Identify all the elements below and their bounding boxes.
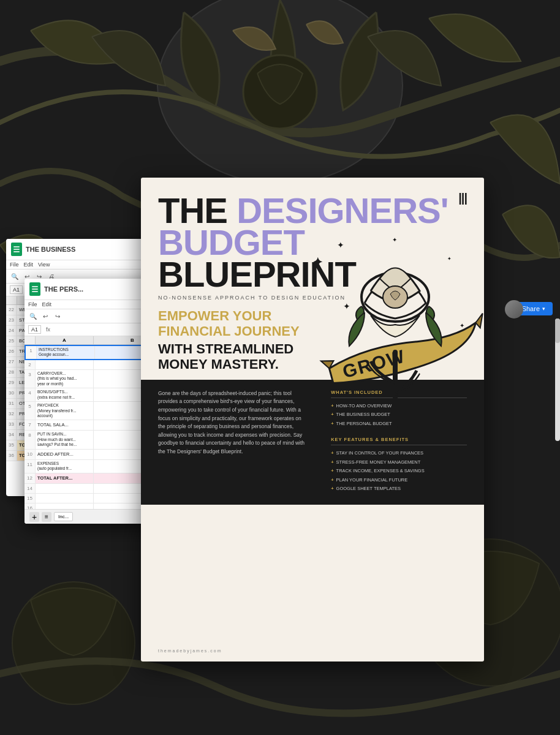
svg-text:✦: ✦ bbox=[392, 236, 397, 243]
redo-btn-p[interactable]: ↪ bbox=[53, 311, 62, 321]
list-item: STRESS-FREE MONEY MANAGEMENT bbox=[331, 459, 467, 466]
flyer-footer-url: THEMADEBYJAMES.COM bbox=[158, 649, 222, 653]
svg-text:✦: ✦ bbox=[447, 256, 452, 262]
menu-edit-p[interactable]: Edit bbox=[42, 301, 52, 307]
menu-edit[interactable]: Edit bbox=[24, 262, 34, 268]
main-flyer: ||| THE DESIGNERS' BUDGET BLUEPRINT NO-N… bbox=[141, 178, 484, 662]
flyer-tagline-black: WITH STREAMLINEDMONEY MASTERY. bbox=[158, 341, 320, 372]
sheet-business-header: THE BUSINESS bbox=[6, 239, 159, 260]
sheets-icon-personal bbox=[29, 282, 40, 296]
user-avatar[interactable] bbox=[505, 300, 523, 318]
zoom-btn[interactable]: 🔍 bbox=[10, 271, 20, 281]
flyer-tagline-section: EMPOWER YOURFINANCIAL JOURNEY WITH STREA… bbox=[158, 308, 320, 372]
add-sheet-btn[interactable]: + bbox=[29, 512, 39, 522]
undo-btn-p[interactable]: ↩ bbox=[40, 311, 50, 321]
menu-view[interactable]: View bbox=[38, 262, 50, 268]
scrollbar[interactable] bbox=[555, 318, 560, 441]
zoom-btn-p[interactable]: 🔍 bbox=[28, 311, 38, 321]
avatar-image bbox=[505, 300, 523, 318]
flyer-description: Gone are the days of spreadsheet-induced… bbox=[158, 390, 321, 495]
list-sheets-btn[interactable]: ≡ bbox=[42, 512, 51, 522]
col-a-header-p: A bbox=[36, 336, 94, 344]
sheets-icon-business bbox=[11, 243, 22, 256]
scrollbar-thumb[interactable] bbox=[555, 318, 560, 343]
list-item: GOOGLE SHEET TEMPLATES bbox=[331, 486, 467, 492]
cell-reference-p[interactable]: A1 bbox=[28, 325, 41, 334]
share-label: Share bbox=[522, 305, 540, 312]
svg-text:✦: ✦ bbox=[312, 255, 323, 269]
svg-text:✦: ✦ bbox=[337, 240, 344, 250]
list-item: TRACK INCOME, EXPENSES & SAVINGS bbox=[331, 468, 467, 475]
sheet-tab-inc[interactable]: Inc... bbox=[54, 512, 73, 521]
menu-file-p[interactable]: File bbox=[28, 301, 37, 307]
sheet-business-title: THE BUSINESS bbox=[26, 246, 75, 253]
share-chevron-icon: ▾ bbox=[542, 306, 545, 312]
flyer-illustration: ✦ ✦ ✦ ✦ GROW bbox=[300, 230, 484, 456]
fx-label-p: fx bbox=[46, 326, 50, 333]
list-item: PLAN YOUR FINANCIAL FUTURE bbox=[331, 477, 467, 484]
menu-file[interactable]: File bbox=[10, 262, 19, 268]
cell-reference[interactable]: A1 bbox=[10, 285, 23, 294]
sheet-personal-title: THE PERS... bbox=[44, 285, 83, 293]
sheet-business-menu: File Edit View bbox=[6, 260, 159, 270]
svg-text:✦: ✦ bbox=[460, 322, 464, 329]
flyer-description-text: Gone are the days of spreadsheet-induced… bbox=[158, 390, 305, 456]
flyer-tagline-gold: EMPOWER YOURFINANCIAL JOURNEY bbox=[158, 308, 320, 339]
svg-text:✦: ✦ bbox=[343, 301, 350, 311]
flyer-logo: ||| bbox=[458, 191, 467, 205]
